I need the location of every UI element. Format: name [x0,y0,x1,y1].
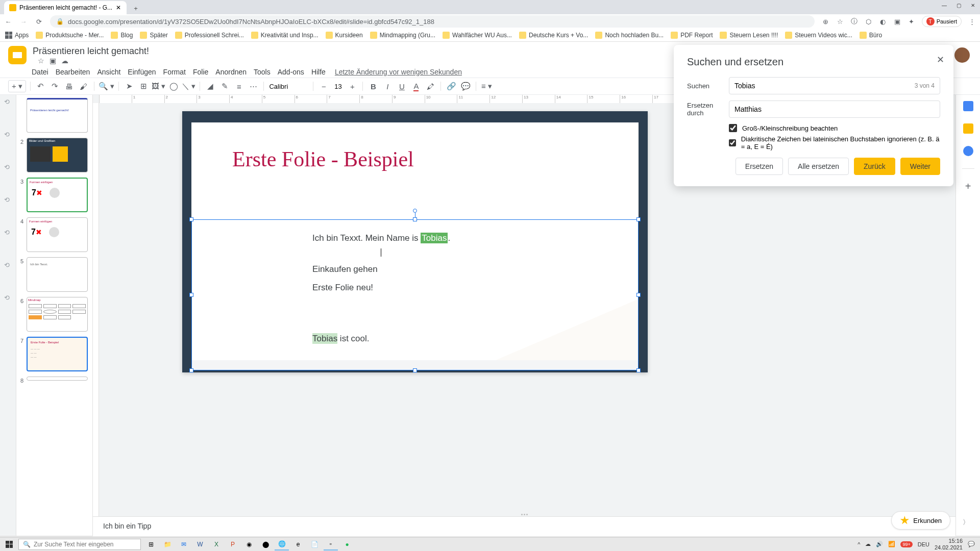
window-close[interactable]: ✕ [966,0,980,10]
resize-handle[interactable] [189,368,193,372]
menu-dots-icon[interactable]: ⋮ [968,17,976,26]
replace-input[interactable] [734,105,935,113]
paint-format-icon[interactable]: 🖌 [78,80,90,92]
anim-icon[interactable]: ⟲ [4,229,12,237]
slide-thumb-7[interactable]: Erste Folie - Beispiel — — —— —— — [27,337,88,371]
slide-thumb-8[interactable] [27,377,88,381]
fill-color-icon[interactable]: ◢ [204,80,216,92]
anim-icon[interactable]: ⟲ [4,98,12,106]
menu-hilfe[interactable]: Hilfe [308,67,329,77]
profile-paused[interactable]: T Pausiert [922,16,962,27]
bookmark-item[interactable]: Mindmapping (Gru... [370,32,435,39]
next-button[interactable]: Weiter [900,158,940,175]
bookmark-item[interactable]: Später [140,32,167,39]
resize-handle[interactable] [636,293,641,297]
nav-reload-icon[interactable]: ⟳ [35,17,43,26]
speaker-notes[interactable]: Ich bin ein Tipp [93,516,955,537]
menu-datei[interactable]: Datei [29,67,52,77]
bold-icon[interactable]: B [367,80,379,92]
undo-icon[interactable]: ↶ [35,80,47,92]
extensions-icon[interactable]: ✦ [908,17,916,26]
anim-icon[interactable]: ⟲ [4,131,12,139]
menu-einfuegen[interactable]: Einfügen [125,67,159,77]
zoom-icon[interactable]: ⊕ [822,17,830,26]
slide-thumb-5[interactable]: Ich bin Texxt. [27,257,88,292]
textbox-icon[interactable]: ⊞ [137,80,150,92]
new-slide-button[interactable]: + ▾ [8,80,26,92]
menu-format[interactable]: Format [160,67,189,77]
notes-resize-grip[interactable] [517,514,532,516]
bookmark-item[interactable]: Blog [111,32,133,39]
cloud-status-icon[interactable]: ☁ [61,57,68,65]
blocker-icon[interactable]: ⬡ [865,17,873,26]
case-checkbox[interactable] [729,124,737,132]
slide-thumb-6[interactable]: Mindmap [27,297,88,332]
anim-icon[interactable]: ⟲ [4,261,12,269]
ext1-icon[interactable]: ◐ [879,17,887,26]
bookmark-item[interactable]: Deutsche Kurs + Vo... [519,32,588,39]
star-doc-icon[interactable]: ☆ [38,57,44,65]
slide-thumb-4[interactable]: Formen einfügen 7✖ [27,217,88,252]
align-icon[interactable]: ≡ ▾ [480,80,493,92]
nav-back-icon[interactable]: ← [4,17,12,26]
font-size-dec[interactable]: − [317,80,330,92]
reader-icon[interactable]: ⓘ [850,17,859,26]
bookmark-item[interactable]: Wahlfächer WU Aus... [443,32,512,39]
resize-handle[interactable] [189,217,193,221]
replace-all-button[interactable]: Alle ersetzen [788,158,849,175]
menu-addons[interactable]: Add-ons [275,67,307,77]
star-icon[interactable]: ☆ [836,17,844,26]
underline-icon[interactable]: U [396,80,408,92]
tab-close-icon[interactable]: ✕ [115,5,121,11]
anim-icon[interactable]: ⟲ [4,163,12,171]
zoom-icon[interactable]: 🔍 ▾ [99,80,114,92]
border-dash-icon[interactable]: ⋯ [247,80,259,92]
move-doc-icon[interactable]: ▣ [50,57,56,65]
window-minimize[interactable]: — [937,0,951,10]
resize-handle[interactable] [413,368,417,372]
slide-thumb-1[interactable]: Präsentieren leicht gemacht! [27,98,88,133]
replace-button[interactable]: Ersetzen [736,158,783,175]
diacritics-checkbox[interactable] [729,139,736,147]
bookmark-item[interactable]: Noch hochladen Bu... [595,32,664,39]
text-color-icon[interactable]: A [410,80,422,92]
bookmark-item[interactable]: Kursideen [326,32,363,39]
nav-forward-icon[interactable]: → [19,17,28,26]
apps-bookmark[interactable]: Apps [5,32,29,39]
sidebar-collapse-icon[interactable]: 〉 [959,515,973,530]
italic-icon[interactable]: I [381,80,394,92]
menu-folie[interactable]: Folie [190,67,211,77]
line-icon[interactable]: ＼ ▾ [182,80,195,92]
rotate-handle[interactable] [413,209,417,213]
slide-canvas[interactable]: Erste Folie - Beispiel Ich bin Texxt. Me… [182,111,648,372]
anim-icon[interactable]: ⟲ [4,196,12,204]
doc-title[interactable]: Präsentieren leicht gemacht! [33,46,149,56]
slide-title[interactable]: Erste Folie - Beispiel [191,122,639,171]
slide-body-text[interactable]: Ich bin Texxt. Mein Name is Tobias. Eink… [192,220,638,347]
anim-icon[interactable]: ⟲ [4,294,12,302]
calendar-icon[interactable] [963,101,973,111]
window-maximize[interactable]: ▢ [951,0,966,10]
border-weight-icon[interactable]: ≡ [233,80,245,92]
dialog-close-icon[interactable]: ✕ [937,54,944,65]
explore-button[interactable]: Erkunden [891,511,950,530]
ext2-icon[interactable]: ▣ [893,17,901,26]
last-edit-status[interactable]: Letzte Änderung vor wenigen Sekunden [332,67,465,77]
select-tool-icon[interactable]: ➤ [123,80,135,92]
bookmark-item[interactable]: Professionell Schrei... [175,32,244,39]
keep-icon[interactable] [963,123,973,134]
back-button[interactable]: Zurück [854,158,895,175]
menu-tools[interactable]: Tools [251,67,274,77]
resize-handle[interactable] [636,368,641,372]
slide-thumb-2[interactable]: Bilder und Grafiken [27,138,88,172]
bookmark-item[interactable]: Steuern Videos wic... [785,32,852,39]
add-addon-icon[interactable]: + [963,181,973,191]
border-color-icon[interactable]: ✎ [218,80,231,92]
tasks-icon[interactable] [963,146,973,156]
new-tab-button[interactable]: + [131,5,141,12]
shape-icon[interactable]: ◯ [167,80,180,92]
url-bar[interactable]: 🔒 docs.google.com/presentation/d/1yV372S… [50,15,815,28]
thumbnail-panel[interactable]: Präsentieren leicht gemacht! 2 Bilder un… [16,95,93,537]
bookmark-item[interactable]: Produktsuche - Mer... [36,32,104,39]
font-size-inc[interactable]: + [346,80,358,92]
